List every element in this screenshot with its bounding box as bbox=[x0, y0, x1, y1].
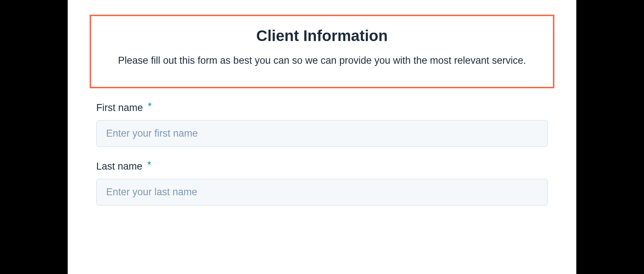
last-name-field: Last name * bbox=[90, 161, 554, 206]
last-name-label: Last name * bbox=[96, 161, 548, 172]
first-name-input[interactable] bbox=[96, 120, 548, 147]
last-name-label-text: Last name bbox=[96, 161, 142, 172]
last-name-input[interactable] bbox=[96, 179, 548, 206]
required-star-icon: * bbox=[148, 101, 152, 112]
first-name-label-text: First name bbox=[96, 102, 143, 113]
form-description: Please fill out this form as best you ca… bbox=[106, 53, 538, 68]
required-star-icon: * bbox=[147, 159, 151, 170]
first-name-field: First name * bbox=[90, 102, 554, 147]
first-name-label: First name * bbox=[96, 102, 548, 114]
form-header-box: Client Information Please fill out this … bbox=[90, 15, 554, 88]
form-page: Client Information Please fill out this … bbox=[68, 0, 576, 274]
form-title: Client Information bbox=[106, 27, 538, 45]
